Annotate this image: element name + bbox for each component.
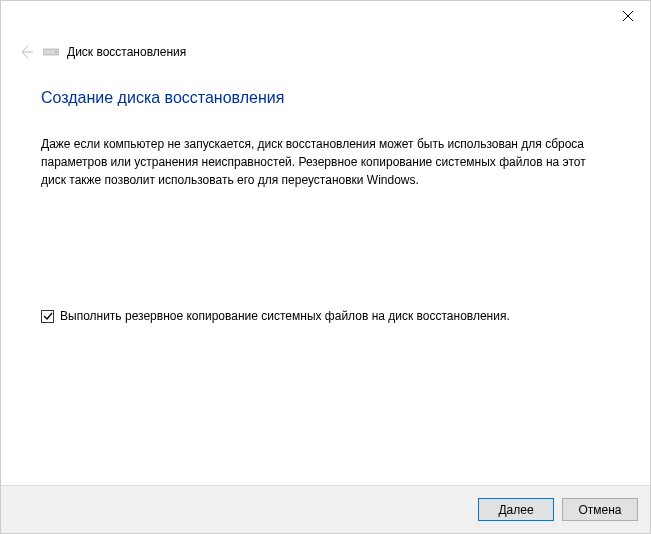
content-area: Создание диска восстановления Даже если … [1,61,650,323]
back-arrow-icon [18,44,34,60]
footer: Далее Отмена [1,485,650,533]
drive-icon [43,46,59,58]
checkbox-label: Выполнить резервное копирование системны… [60,309,510,323]
backup-checkbox[interactable] [41,310,54,323]
svg-point-4 [55,51,57,53]
header-title: Диск восстановления [67,45,186,59]
header-row: Диск восстановления [1,31,650,61]
close-button[interactable] [605,1,650,31]
page-heading: Создание диска восстановления [41,89,610,107]
cancel-button[interactable]: Отмена [562,498,638,521]
checkbox-row: Выполнить резервное копирование системны… [41,309,610,323]
next-button[interactable]: Далее [478,498,554,521]
close-icon [623,11,633,21]
checkmark-icon [43,311,53,321]
titlebar [1,1,650,31]
back-button[interactable] [17,43,35,61]
description-text: Даже если компьютер не запускается, диск… [41,135,610,189]
